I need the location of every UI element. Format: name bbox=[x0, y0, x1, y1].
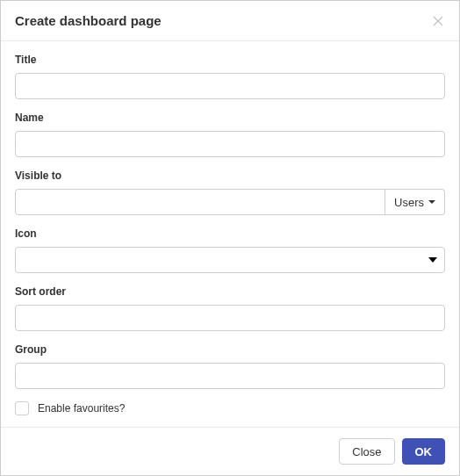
visible-to-group: Visible to Users bbox=[15, 169, 445, 215]
modal-header: Create dashboard page bbox=[1, 1, 459, 41]
create-dashboard-modal: Create dashboard page Title Name Visible… bbox=[0, 0, 460, 476]
visible-to-label: Visible to bbox=[15, 169, 445, 182]
visible-to-input[interactable] bbox=[15, 189, 385, 215]
icon-label: Icon bbox=[15, 227, 445, 240]
modal-body: Title Name Visible to Users Icon bbox=[1, 41, 459, 427]
sort-order-label: Sort order bbox=[15, 285, 445, 298]
group-label: Group bbox=[15, 343, 445, 356]
modal-footer: Close OK bbox=[1, 427, 459, 475]
close-button[interactable]: Close bbox=[339, 438, 394, 465]
name-label: Name bbox=[15, 112, 445, 124]
icon-group: Icon bbox=[15, 227, 445, 273]
enable-favourites-row: Enable favourites? bbox=[15, 401, 445, 415]
ok-button[interactable]: OK bbox=[402, 438, 446, 465]
group-input[interactable] bbox=[15, 363, 445, 389]
modal-title: Create dashboard page bbox=[15, 13, 162, 28]
sort-order-input[interactable] bbox=[15, 305, 445, 331]
name-group: Name bbox=[15, 112, 445, 157]
name-input[interactable] bbox=[15, 131, 445, 157]
title-input[interactable] bbox=[15, 73, 445, 99]
icon-select[interactable] bbox=[15, 247, 445, 273]
group-group: Group bbox=[15, 343, 445, 389]
title-label: Title bbox=[15, 54, 445, 66]
enable-favourites-checkbox[interactable] bbox=[15, 401, 29, 415]
title-group: Title bbox=[15, 54, 445, 99]
users-dropdown-label: Users bbox=[394, 196, 424, 209]
enable-favourites-label: Enable favourites? bbox=[38, 402, 125, 415]
users-dropdown-button[interactable]: Users bbox=[385, 189, 445, 215]
close-icon[interactable] bbox=[431, 14, 445, 28]
visible-to-input-group: Users bbox=[15, 189, 445, 215]
sort-order-group: Sort order bbox=[15, 285, 445, 331]
caret-down-icon bbox=[428, 200, 435, 204]
chevron-down-icon bbox=[428, 257, 437, 263]
